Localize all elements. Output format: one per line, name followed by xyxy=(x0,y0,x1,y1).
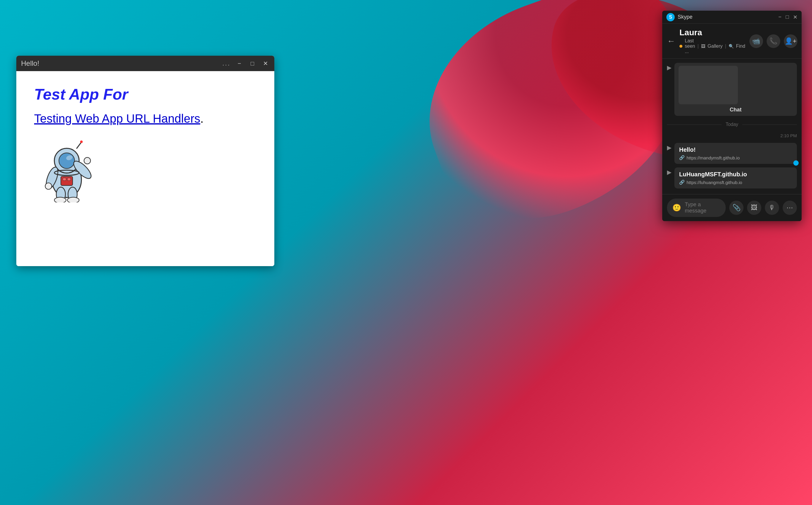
app-link[interactable]: Testing Web App URL Handlers xyxy=(34,112,200,125)
message-bubble-2: LuHuangMSFT.github.io 🔗 https://luhuangm… xyxy=(674,167,797,188)
video-call-icon: 📹 xyxy=(752,37,760,45)
last-seen-text: Last seen ... xyxy=(685,38,695,54)
video-call-button[interactable]: 📹 xyxy=(750,34,763,48)
back-button[interactable]: ← xyxy=(667,36,675,46)
skype-titlebar-buttons: − □ ✕ xyxy=(779,14,798,20)
image-button[interactable]: 🖼 xyxy=(747,201,761,215)
find-icon: 🔍 xyxy=(729,44,734,49)
browser-maximize-button[interactable]: □ xyxy=(248,59,257,67)
message-timestamp: 2:10 PM xyxy=(667,133,797,138)
app-link-suffix: . xyxy=(200,112,204,125)
more-options-button[interactable]: ⋯ xyxy=(783,201,797,215)
svg-rect-13 xyxy=(63,178,66,181)
browser-titlebar: Hello! ... − □ ✕ xyxy=(16,56,274,71)
skype-contact-header: ← Laura Last seen ... | 🖼 Gallery | 🔍 Fi… xyxy=(662,24,802,59)
astronaut-image xyxy=(34,137,257,204)
contact-name: Laura xyxy=(679,28,745,37)
skype-window: S Skype − □ ✕ ← Laura Last seen ... | 🖼 … xyxy=(662,11,802,221)
svg-line-15 xyxy=(77,142,82,149)
contact-status: Last seen ... | 🖼 Gallery | 🔍 Find xyxy=(679,38,745,54)
message-input-area[interactable]: 🙂 Type a message xyxy=(667,199,726,217)
svg-point-16 xyxy=(80,141,83,143)
skype-maximize-button[interactable]: □ xyxy=(786,14,789,20)
image-icon: 🖼 xyxy=(751,204,758,212)
skype-close-button[interactable]: ✕ xyxy=(793,14,798,20)
svg-rect-12 xyxy=(61,176,73,185)
phone-icon: 📞 xyxy=(769,37,777,45)
link-icon-1: 🔗 xyxy=(679,155,685,160)
message1-title: Hello! xyxy=(679,146,792,153)
gallery-label[interactable]: Gallery xyxy=(708,43,723,49)
svg-point-2 xyxy=(59,153,75,169)
message2-send-icon: ▶ xyxy=(667,169,671,176)
svg-point-10 xyxy=(54,197,66,202)
svg-rect-14 xyxy=(67,178,71,181)
message2-link: 🔗 https://luhuangmsft.github.io xyxy=(679,180,792,185)
skype-minimize-button[interactable]: − xyxy=(779,14,782,20)
chat-image xyxy=(679,66,738,104)
skype-titlebar: S Skype − □ ✕ xyxy=(662,11,802,24)
chat-area[interactable]: ▶ Chat Today 2:10 PM ▶ Hello! 🔗 https://… xyxy=(662,59,802,194)
svg-point-7 xyxy=(84,157,91,164)
emoji-button[interactable]: 🙂 xyxy=(672,204,681,212)
chat-label: Chat xyxy=(679,107,793,113)
today-divider: Today xyxy=(667,122,797,127)
skype-app-name: Skype xyxy=(678,14,779,20)
status-indicator xyxy=(679,45,682,48)
add-contact-icon: 👤+ xyxy=(785,37,797,45)
browser-window-title: Hello! xyxy=(21,59,223,67)
chat-card-bubble: Chat xyxy=(674,63,797,116)
browser-minimize-button[interactable]: − xyxy=(235,59,244,67)
message2-link-text[interactable]: https://luhuangmsft.github.io xyxy=(687,180,742,185)
audio-call-button[interactable]: 📞 xyxy=(767,34,780,48)
send-arrow-icon: ▶ xyxy=(667,64,671,71)
today-label: Today xyxy=(726,122,738,127)
browser-content: Test App For Testing Web App URL Handler… xyxy=(16,71,274,266)
message-bubble-1: Hello! 🔗 https://mandymsft.github.io xyxy=(674,143,797,164)
microphone-icon: 🎙 xyxy=(769,204,775,212)
svg-point-11 xyxy=(67,197,79,202)
message1-send-icon: ▶ xyxy=(667,144,671,151)
header-action-buttons: 📹 📞 👤+ xyxy=(750,34,798,48)
more-icon: ⋯ xyxy=(787,204,793,212)
message-row-2: ▶ LuHuangMSFT.github.io 🔗 https://luhuan… xyxy=(667,167,797,188)
skype-logo: S xyxy=(666,13,675,21)
browser-window: Hello! ... − □ ✕ Test App For Testing We… xyxy=(16,56,274,266)
message-input[interactable]: Type a message xyxy=(685,201,720,214)
browser-titlebar-actions: ... − □ ✕ xyxy=(223,59,270,67)
gallery-icon: 🖼 xyxy=(701,44,705,49)
attachment-button[interactable]: 📎 xyxy=(729,201,743,215)
microphone-button[interactable]: 🎙 xyxy=(765,201,779,215)
find-label[interactable]: Find xyxy=(736,43,745,49)
chat-card-message: ▶ Chat xyxy=(667,63,797,116)
astronaut-svg xyxy=(34,137,99,202)
message2-title: LuHuangMSFT.github.io xyxy=(679,171,792,178)
app-link-container: Testing Web App URL Handlers. xyxy=(34,112,257,125)
message1-status-dot xyxy=(793,160,799,166)
message1-link-text[interactable]: https://mandymsft.github.io xyxy=(687,155,739,160)
svg-point-6 xyxy=(45,183,51,189)
link-icon-2: 🔗 xyxy=(679,180,685,185)
message-row-1: ▶ Hello! 🔗 https://mandymsft.github.io xyxy=(667,143,797,164)
add-contact-button[interactable]: 👤+ xyxy=(784,34,798,48)
browser-close-button[interactable]: ✕ xyxy=(261,59,270,67)
contact-info: Laura Last seen ... | 🖼 Gallery | 🔍 Find xyxy=(679,28,745,54)
message1-link: 🔗 https://mandymsft.github.io xyxy=(679,155,792,160)
app-title: Test App For xyxy=(34,86,257,103)
browser-more-options[interactable]: ... xyxy=(223,59,231,67)
attachment-icon: 📎 xyxy=(732,204,740,212)
chat-footer: 🙂 Type a message 📎 🖼 🎙 ⋯ xyxy=(662,194,802,221)
